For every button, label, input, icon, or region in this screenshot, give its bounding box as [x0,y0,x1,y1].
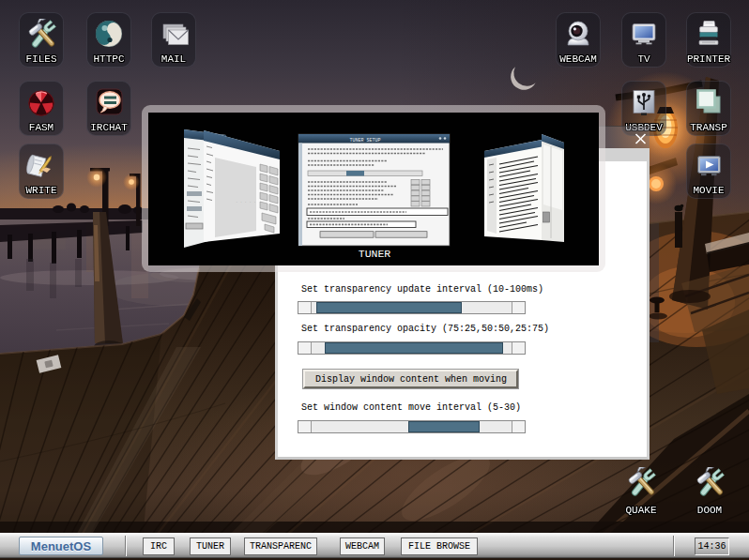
svg-text:. . . . .: . . . . . [236,200,256,204]
svg-text:TUNER: TUNER [359,248,391,260]
svg-text:TUNER SETUP: TUNER SETUP [349,138,380,144]
